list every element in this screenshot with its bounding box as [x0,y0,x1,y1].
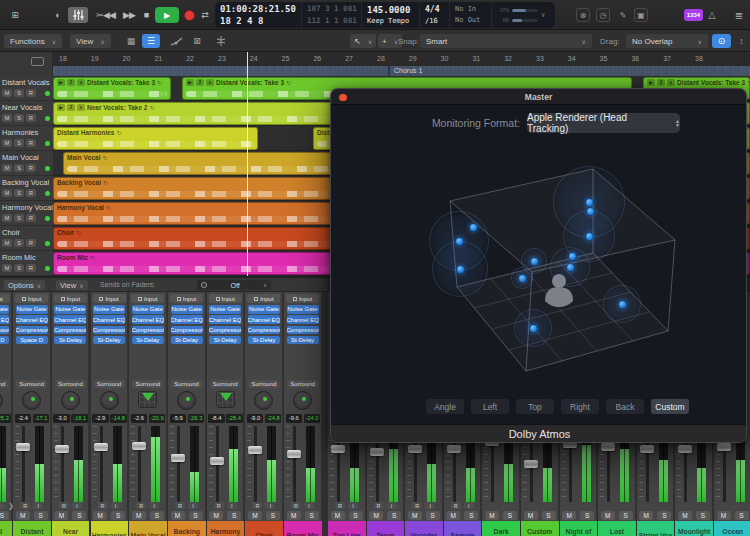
solo-button[interactable]: S [0,511,9,520]
solo-button[interactable]: S [464,511,478,520]
plugin-slot[interactable]: Noise Gate [16,305,48,314]
volume-value[interactable]: -9.6 [286,414,303,423]
surround-knob[interactable] [177,391,196,410]
s-button[interactable]: S [14,264,24,272]
input-monitor-button[interactable]: I [227,502,237,509]
channel-strip-near-vocals[interactable]: InputNoise GateChannel EQCompressorSt-De… [52,292,90,536]
solo-button[interactable]: S [696,511,710,520]
input-monitor-button[interactable]: I [0,502,5,509]
plugin-slot[interactable]: Channel EQ [16,315,48,324]
m-button[interactable]: M [2,214,12,222]
record-button[interactable]: R [59,502,69,509]
fader-cap[interactable] [601,443,615,451]
mute-button[interactable]: M [524,511,538,520]
channel-strip-vocal-takes[interactable]: InputNoise GateChannel EQCompressorSpace… [0,292,12,536]
fader-cap[interactable] [717,443,731,451]
r-button[interactable]: R [26,139,36,147]
tuner-icon[interactable]: ◷ [596,8,610,22]
region[interactable]: Distant Harmonies↻ [53,127,258,150]
channel-name-label[interactable]: String Vox [637,521,675,536]
view-button-right[interactable]: Right [561,399,599,414]
plugin-slot[interactable]: Compressor [0,326,9,335]
input-monitor-button[interactable]: I [304,502,314,509]
mute-button[interactable]: M [93,511,107,520]
mute-button[interactable]: M [562,511,576,520]
volume-value[interactable]: -9.0 [247,414,264,423]
r-button[interactable]: R [26,189,36,197]
r-button[interactable]: R [26,264,36,272]
fader-cap[interactable] [171,454,185,462]
grid-view-icon[interactable]: ▦ [122,34,140,48]
count-in-button[interactable]: 1234 [684,9,703,21]
track-header-0[interactable]: Distant VocalsMSR [0,76,53,101]
send-value[interactable]: -24.0 [304,414,321,423]
track-header-7[interactable]: Room MicMSR [0,251,53,276]
surround-pad[interactable] [216,391,235,408]
m-button[interactable]: M [2,239,12,247]
channel-strip-distant-vocals[interactable]: InputNoise GateChannel EQCompressorSpace… [13,292,51,536]
solo-button[interactable]: S [150,511,164,520]
surround-knob[interactable] [254,391,273,410]
channel-name-label[interactable]: Room Mic [284,521,322,536]
record-button[interactable]: R [214,502,224,509]
send-value[interactable]: -28.4 [226,414,243,423]
s-button[interactable]: S [14,164,24,172]
fader-cap[interactable] [640,445,654,453]
s-button[interactable]: S [14,239,24,247]
input-monitor-button[interactable]: I [348,502,358,509]
s-button[interactable]: S [14,114,24,122]
m-button[interactable]: M [2,189,12,197]
mute-button[interactable]: M [717,511,731,520]
input-button[interactable]: Input [170,294,203,303]
solo-button[interactable]: S [387,511,401,520]
channel-name-label[interactable]: Main Vocal [129,521,167,536]
fader-cap[interactable] [248,446,262,454]
plugin-slot[interactable]: St-Delay [93,336,125,345]
fader-cap[interactable] [678,445,692,453]
channel-name-label[interactable]: Harmony Vocal [207,521,245,536]
solo-button[interactable]: S [619,511,633,520]
plugin-slot[interactable]: Noise Gate [287,305,319,314]
solo-button[interactable]: S [34,511,48,520]
mute-button[interactable]: M [209,511,223,520]
view-button-left[interactable]: Left [471,399,509,414]
speaker-dot-0[interactable] [585,198,594,207]
surround-knob[interactable] [100,391,119,410]
record-enable-dot[interactable] [45,166,50,171]
fader-cap[interactable] [331,445,345,453]
record-button[interactable]: R [335,502,345,509]
solo-button[interactable]: S [111,511,125,520]
lcd-chevron-icon[interactable]: ∨ [541,11,551,19]
solo-button[interactable]: S [426,511,440,520]
channel-name-label[interactable]: Tenor [367,521,405,536]
volume-value[interactable]: -2.6 [131,414,148,423]
input-button[interactable]: Input [247,294,280,303]
plugin-slot[interactable]: Compressor [248,326,280,335]
view-button-angle[interactable]: Angle [426,399,464,414]
input-monitor-button[interactable]: I [111,502,121,509]
channel-name-label[interactable]: Top Line [328,521,366,536]
plugin-slot[interactable]: St-Delay [209,336,241,345]
plugin-slot[interactable]: Compressor [287,326,319,335]
record-enable-dot[interactable] [45,266,50,271]
record-enable-dot[interactable] [45,141,50,146]
speaker-dot-3[interactable] [455,237,464,246]
track-header-4[interactable]: Backing VocalMSR [0,176,53,201]
input-button[interactable]: Input [286,294,319,303]
volume-value[interactable]: -8.4 [208,414,225,423]
speaker-dot-6[interactable] [568,252,577,261]
send-value[interactable]: -35.2 [0,414,11,423]
channel-strip-main-vocal[interactable]: InputNoise GateChannel EQCompressorSt-De… [129,292,167,536]
record-button[interactable]: R [412,502,422,509]
send-value[interactable]: -26.3 [188,414,205,423]
speaker-dot-4[interactable] [585,232,594,241]
volume-value[interactable]: -5.9 [170,414,187,423]
snap-select[interactable]: Smart∨ [420,34,592,48]
speaker-dot-2[interactable] [469,223,478,232]
mute-button[interactable]: M [601,511,615,520]
send-value[interactable]: -17.1 [33,414,50,423]
plugin-slot[interactable]: Channel EQ [93,315,125,324]
solo-button[interactable]: S [349,511,363,520]
solo-button[interactable]: S [580,511,594,520]
volume-value[interactable]: -2.9 [92,414,109,423]
